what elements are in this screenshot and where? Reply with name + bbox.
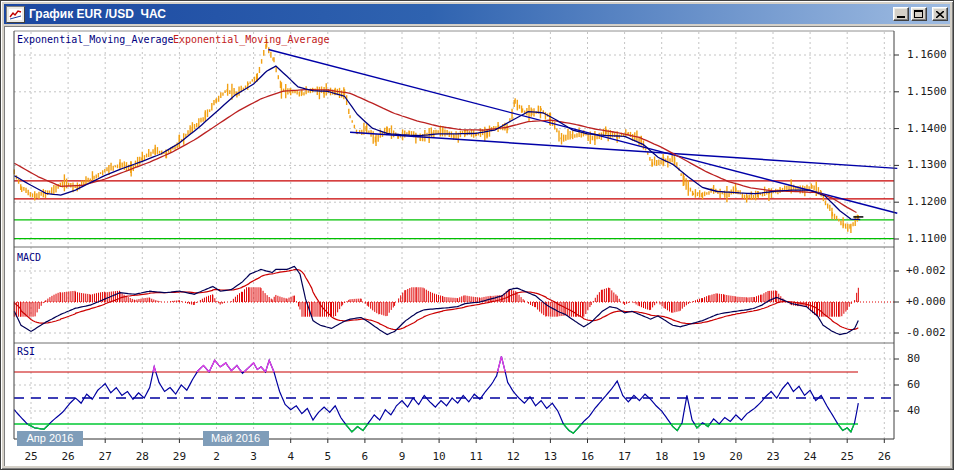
macd-panel bbox=[14, 266, 894, 334]
chart-window: График EUR /USD ЧАС Exponential_Moving_A… bbox=[0, 0, 954, 470]
price-panel bbox=[14, 39, 897, 239]
rsi-panel bbox=[14, 356, 894, 433]
grid-layer bbox=[14, 32, 894, 439]
plot-frame bbox=[14, 31, 899, 443]
chart-plot-svg bbox=[1, 1, 954, 470]
